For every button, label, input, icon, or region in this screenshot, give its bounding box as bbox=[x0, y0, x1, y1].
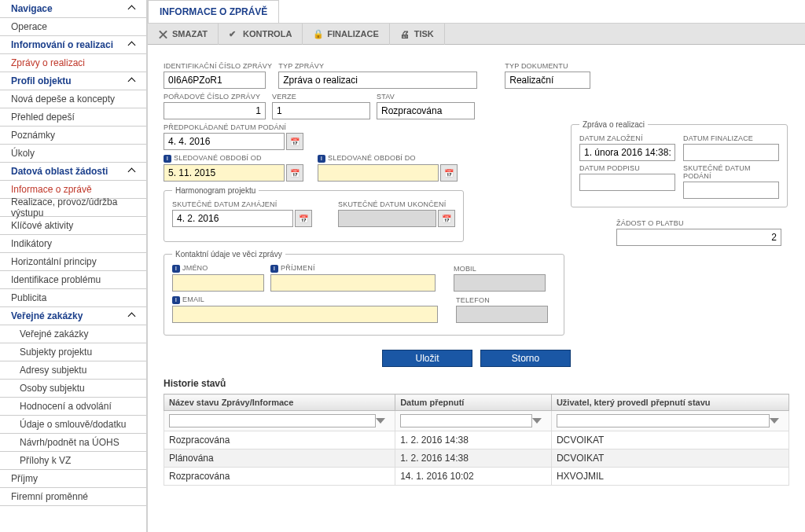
cell-datum: 14. 1. 2016 10:02 bbox=[395, 468, 552, 486]
filter-datum-input[interactable] bbox=[400, 414, 532, 427]
finalizace-button[interactable]: FINALIZACE bbox=[303, 24, 389, 45]
nav-navigace[interactable]: Navigace bbox=[0, 0, 146, 18]
nav-verejne-zakazky[interactable]: Veřejné zakázky bbox=[0, 307, 146, 325]
verze-input[interactable] bbox=[272, 102, 370, 119]
field-id-zpravy: IDENTIFIKAČNÍ ČÍSLO ZPRÁVY bbox=[164, 62, 272, 89]
field-skut-zahajeni: SKUTEČNÉ DATUM ZAHÁJENÍ bbox=[172, 200, 312, 227]
nav-osoby[interactable]: Osoby subjektu bbox=[0, 380, 146, 398]
field-poradove: POŘADOVÉ ČÍSLO ZPRÁVY bbox=[164, 93, 266, 119]
col-prepnuti[interactable]: Datum přepnutí bbox=[395, 394, 552, 411]
nav-label: Příjmy bbox=[11, 473, 38, 484]
cell-uzivatel: DCVOIKAT bbox=[551, 431, 788, 449]
zadost-o-platbu-input[interactable] bbox=[616, 229, 781, 246]
id-zpravy-input[interactable] bbox=[164, 72, 266, 89]
tool-label: FINALIZACE bbox=[327, 29, 378, 39]
nav-udaje-smlouva[interactable]: Údaje o smlouvě/dodatku bbox=[0, 416, 146, 434]
nav-klicove[interactable]: Klíčové aktivity bbox=[0, 217, 146, 235]
nav-publicita[interactable]: Publicita bbox=[0, 289, 146, 307]
nav-label: Realizace, provoz/údržba výstupu bbox=[11, 196, 138, 218]
kontrola-button[interactable]: KONTROLA bbox=[219, 24, 303, 45]
poradove-input[interactable] bbox=[164, 102, 266, 119]
ulozit-button[interactable]: Uložit bbox=[382, 350, 472, 367]
sidebar: Navigace Operace Informování o realizaci… bbox=[0, 0, 148, 532]
nav-firemni[interactable]: Firemní proměnné bbox=[0, 488, 146, 506]
field-stav: STAV bbox=[377, 93, 475, 119]
filter-uzivatel-input[interactable] bbox=[557, 414, 770, 427]
nav-indikatory[interactable]: Indikátory bbox=[0, 235, 146, 253]
col-nazev[interactable]: Název stavu Zprávy/Informace bbox=[164, 394, 395, 411]
col-uzivatel[interactable]: Uživatel, který provedl přepnutí stavu bbox=[551, 394, 788, 411]
historie-title: Historie stavů bbox=[164, 378, 789, 389]
nav-label: Údaje o smlouvě/dodatku bbox=[20, 419, 126, 430]
filter-icon[interactable] bbox=[532, 414, 543, 427]
skut-zahajeni-input[interactable] bbox=[172, 210, 293, 227]
nav-hodnoceni[interactable]: Hodnocení a odvolání bbox=[0, 398, 146, 416]
typ-zpravy-input[interactable] bbox=[278, 72, 477, 89]
filter-icon[interactable] bbox=[770, 414, 781, 427]
nav-ukoly[interactable]: Úkoly bbox=[0, 145, 146, 163]
tab-informace[interactable]: INFORMACE O ZPRÁVĚ bbox=[148, 0, 279, 23]
nav-label: Přehled depeší bbox=[11, 112, 75, 123]
field-sled-do: SLEDOVANÉ OBDOBÍ DO bbox=[318, 154, 458, 182]
nav-label: Informace o zprávě bbox=[11, 184, 92, 195]
nav-prilohy[interactable]: Přílohy k VZ bbox=[0, 452, 146, 470]
sled-do-input[interactable] bbox=[318, 164, 439, 182]
nav-profil[interactable]: Profil objektu bbox=[0, 72, 146, 90]
predpokl-podani-input[interactable] bbox=[164, 133, 285, 150]
typ-dokumentu-input[interactable] bbox=[505, 72, 590, 89]
skut-ukonceni-input[interactable] bbox=[338, 210, 436, 227]
calendar-icon[interactable] bbox=[286, 164, 303, 182]
nav-label: Veřejné zakázky bbox=[20, 328, 88, 339]
nav-adresy[interactable]: Adresy subjektu bbox=[0, 361, 146, 380]
label: SKUTEČNÉ DATUM PODÁNÍ bbox=[683, 164, 779, 180]
calendar-icon[interactable] bbox=[440, 164, 458, 182]
skut-podani-input[interactable] bbox=[683, 182, 779, 199]
nav-prehled-depesi[interactable]: Přehled depeší bbox=[0, 108, 146, 127]
calendar-icon[interactable] bbox=[286, 133, 303, 150]
smazat-button[interactable]: SMAZAT bbox=[148, 24, 219, 45]
harmonogram-fieldset: Harmonogram projektu SKUTEČNÉ DATUM ZAHÁ… bbox=[164, 186, 464, 242]
label: STAV bbox=[377, 93, 475, 101]
nav-label: Firemní proměnné bbox=[11, 491, 88, 502]
nav-vz-sub[interactable]: Veřejné zakázky bbox=[0, 325, 146, 343]
datum-podpisu-input[interactable] bbox=[579, 174, 675, 191]
table-row[interactable]: Rozpracována1. 2. 2016 14:38DCVOIKAT bbox=[164, 431, 789, 449]
filter-nazev-input[interactable] bbox=[169, 414, 376, 427]
table-row[interactable]: Plánována1. 2. 2016 14:38DCVOIKAT bbox=[164, 449, 789, 468]
field-skut-ukonceni: SKUTEČNÉ DATUM UKONČENÍ bbox=[338, 200, 455, 227]
jmeno-input[interactable] bbox=[172, 274, 264, 292]
stav-input[interactable] bbox=[377, 102, 475, 119]
nav-subjekty[interactable]: Subjekty projektu bbox=[0, 343, 146, 361]
calendar-icon[interactable] bbox=[438, 210, 455, 227]
nav-label: Nová depeše a koncepty bbox=[11, 94, 115, 105]
label: PŘEDPOKLÁDANÉ DATUM PODÁNÍ bbox=[164, 123, 303, 131]
email-input[interactable] bbox=[172, 306, 438, 323]
datum-zalozeni-input[interactable] bbox=[579, 144, 675, 161]
telefon-input[interactable] bbox=[456, 306, 548, 323]
filter-icon[interactable] bbox=[376, 414, 387, 427]
tool-label: KONTROLA bbox=[243, 29, 292, 39]
nav-navrh[interactable]: Návrh/podnět na ÚOHS bbox=[0, 434, 146, 452]
nav-horizontalni[interactable]: Horizontální principy bbox=[0, 253, 146, 271]
nav-prijmy[interactable]: Příjmy bbox=[0, 470, 146, 488]
sled-od-input[interactable] bbox=[164, 164, 285, 182]
nav-informovani[interactable]: Informování o realizaci bbox=[0, 36, 146, 54]
datum-finalizace-input[interactable] bbox=[683, 144, 779, 161]
nav-identifikace[interactable]: Identifikace problému bbox=[0, 271, 146, 289]
nav-poznamky[interactable]: Poznámky bbox=[0, 127, 146, 145]
prijmeni-input[interactable] bbox=[270, 274, 436, 292]
label: JMÉNO bbox=[172, 264, 264, 273]
chevron-up-icon bbox=[127, 3, 138, 14]
nav-zpravy[interactable]: Zprávy o realizaci bbox=[0, 54, 146, 72]
calendar-icon[interactable] bbox=[295, 210, 312, 227]
nav-nova-depese[interactable]: Nová depeše a koncepty bbox=[0, 90, 146, 108]
storno-button[interactable]: Storno bbox=[480, 350, 571, 367]
tisk-button[interactable]: TISK bbox=[390, 24, 445, 45]
nav-label: Osoby subjektu bbox=[20, 383, 85, 394]
mobil-input[interactable] bbox=[454, 274, 546, 292]
nav-operace[interactable]: Operace bbox=[0, 18, 146, 36]
nav-datova-oblast[interactable]: Datová oblast žádosti bbox=[0, 163, 146, 181]
label: SLEDOVANÉ OBDOBÍ DO bbox=[318, 154, 458, 163]
nav-realizace[interactable]: Realizace, provoz/údržba výstupu bbox=[0, 199, 146, 217]
table-row[interactable]: Rozpracována14. 1. 2016 10:02HXVOJMIL bbox=[164, 468, 789, 486]
